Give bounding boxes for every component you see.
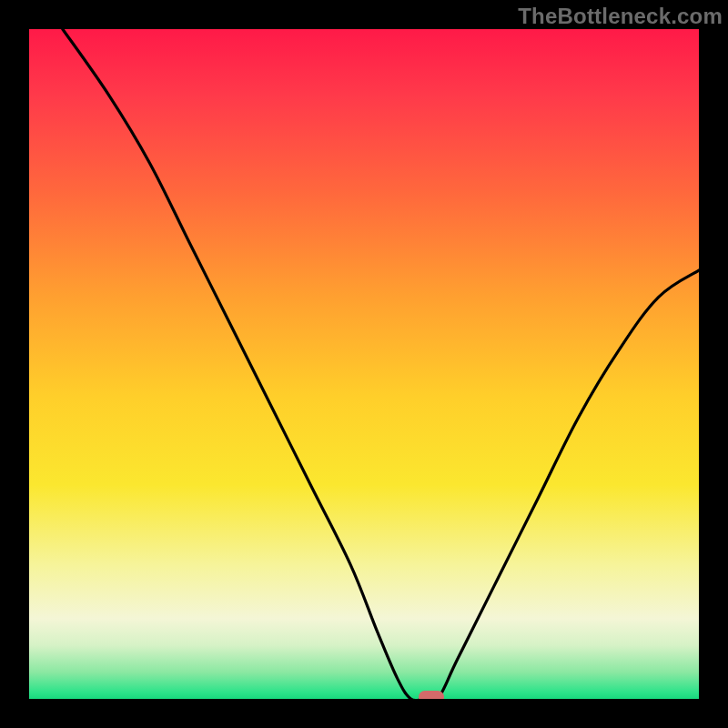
chart-frame: TheBottleneck.com [0, 0, 728, 728]
curve-svg [29, 29, 699, 699]
bottleneck-curve [63, 29, 699, 699]
optimal-marker [419, 691, 444, 699]
plot-area [29, 29, 699, 699]
watermark-text: TheBottleneck.com [518, 4, 723, 29]
